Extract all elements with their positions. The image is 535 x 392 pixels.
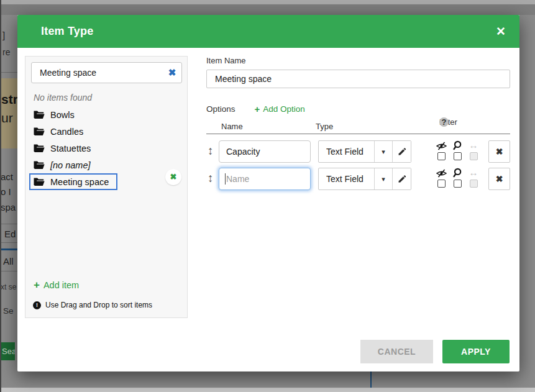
clear-search-icon[interactable]: ✖: [166, 66, 178, 79]
background-divider: [0, 72, 17, 73]
background-text-fragment: ]: [2, 30, 5, 40]
backdrop-header-band: [0, 4, 535, 15]
list-item-meeting-space-selected[interactable]: Meeting space: [29, 173, 117, 190]
list-item-candles[interactable]: Candles: [29, 123, 183, 140]
background-divider: [0, 242, 17, 243]
option-row: ↕ Text Field ▾: [206, 140, 510, 163]
cancel-button[interactable]: CANCEL: [360, 340, 433, 363]
remove-option-button[interactable]: ✖: [488, 140, 510, 163]
filter-search-checkbox[interactable]: [454, 180, 462, 188]
chevron-down-icon[interactable]: ▾: [374, 168, 392, 189]
list-item-no-name[interactable]: [no name]: [29, 157, 183, 173]
background-heading-fragment: ur: [1, 111, 13, 125]
option-name-field: [219, 140, 311, 163]
folder-icon: [34, 144, 45, 153]
edit-type-button[interactable]: [392, 168, 411, 189]
info-icon: !: [33, 301, 41, 309]
background-divider: [0, 224, 17, 224]
item-search-input[interactable]: [31, 62, 182, 83]
background-text-fragment: re: [2, 47, 10, 57]
background-text-fragment: act: [1, 171, 13, 182]
list-item-label: Candles: [50, 127, 83, 137]
deselect-item-icon[interactable]: ✖: [165, 169, 181, 185]
item-name-label: Item Name: [206, 56, 246, 65]
option-type-select[interactable]: Text Field: [319, 141, 374, 162]
background-divider: [0, 271, 17, 271]
folder-icon: [34, 111, 45, 119]
backdrop-top-strip: [0, 0, 535, 4]
eye-slash-icon: [436, 140, 447, 150]
add-option-label: Add Option: [263, 104, 305, 114]
column-header-name: Name: [221, 122, 243, 131]
background-label-fragment: Se: [3, 306, 14, 316]
option-type-group: Text Field ▾: [318, 140, 411, 163]
filter-range-checkbox: [470, 180, 478, 188]
remove-option-button[interactable]: ✖: [488, 168, 510, 190]
list-item-label: Statuettes: [50, 144, 91, 153]
filter-search-checkbox[interactable]: [454, 152, 462, 160]
text-cursor: [225, 173, 226, 185]
plus-icon: +: [34, 279, 40, 291]
background-tab-fragment: Ed: [4, 229, 16, 239]
options-header: Options + Add Option: [206, 104, 305, 114]
folder-icon: [34, 178, 45, 186]
window-left-edge: [0, 0, 1, 392]
help-icon[interactable]: ?: [439, 117, 449, 127]
option-row: ↕ Text Field ▾: [206, 168, 510, 190]
folder-icon: [34, 161, 45, 170]
drag-handle-icon[interactable]: ↕: [208, 144, 214, 158]
column-header-type: Type: [316, 122, 333, 131]
filter-hidden-checkbox[interactable]: [437, 152, 446, 160]
close-icon[interactable]: ✕: [496, 25, 506, 37]
chevron-down-icon[interactable]: ▾: [374, 141, 392, 162]
item-type-modal: Item Type ✕ ✖ No items found Bowls: [17, 15, 519, 371]
search-filter-icon: [452, 168, 462, 178]
option-type-group: Text Field ▾: [318, 168, 411, 190]
no-items-text: No items found: [34, 93, 92, 103]
plus-icon: +: [255, 104, 260, 114]
list-item-label: Bowls: [50, 110, 75, 120]
item-search: ✖: [31, 62, 182, 83]
background-heading-fragment: str: [1, 92, 18, 107]
range-arrows-icon: ↔: [469, 168, 478, 178]
drag-drop-hint: ! Use Drag and Drop to sort items: [33, 301, 152, 309]
filter-options: ↔: [436, 140, 479, 160]
add-item-label: Add item: [43, 280, 79, 290]
background-active-tab-bar: [0, 248, 17, 250]
list-item-label: Meeting space: [50, 177, 109, 187]
add-option-button[interactable]: + Add Option: [255, 104, 305, 114]
item-list: Bowls Candles Statuettes: [29, 106, 183, 190]
edit-type-button[interactable]: [392, 141, 411, 162]
option-name-input[interactable]: [219, 140, 311, 163]
range-arrows-icon: ↔: [469, 140, 478, 150]
list-item-statuettes[interactable]: Statuettes: [29, 140, 183, 157]
filter-hidden-checkbox[interactable]: [437, 180, 446, 188]
filter-options: ↔: [436, 168, 479, 188]
drag-drop-hint-text: Use Drag and Drop to sort items: [45, 301, 152, 309]
option-name-input[interactable]: [219, 168, 311, 190]
background-text-fragment: spa: [1, 202, 16, 212]
options-label: Options: [206, 104, 235, 114]
add-item-button[interactable]: + Add item: [34, 279, 79, 291]
background-text-fragment: o I: [1, 186, 11, 197]
option-type-select[interactable]: Text Field: [319, 168, 374, 189]
modal-header: Item Type ✕: [17, 15, 519, 48]
drag-handle-icon[interactable]: ↕: [208, 171, 214, 185]
search-filter-icon: [452, 140, 462, 150]
list-item-label: [no name]: [50, 160, 91, 170]
list-item-bowls[interactable]: Bowls: [29, 106, 183, 123]
background-tab-fragment: All: [3, 256, 14, 267]
pencil-icon: [397, 175, 406, 184]
eye-slash-icon: [436, 168, 447, 178]
item-list-panel: ✖ No items found Bowls Candles: [25, 56, 188, 318]
item-name-input[interactable]: [206, 70, 510, 88]
screen: ] re str ur act o I spa Ed All xt se Se …: [0, 0, 535, 392]
pencil-icon: [397, 147, 406, 157]
options-column-headers: Name Type Filter ?: [206, 122, 510, 134]
background-search-button: Sea: [0, 342, 15, 360]
background-table-border: [370, 371, 372, 388]
filter-range-checkbox: [470, 152, 478, 160]
folder-icon: [34, 127, 45, 136]
background-text-fragment: xt se: [1, 283, 16, 291]
apply-button[interactable]: APPLY: [442, 340, 510, 363]
